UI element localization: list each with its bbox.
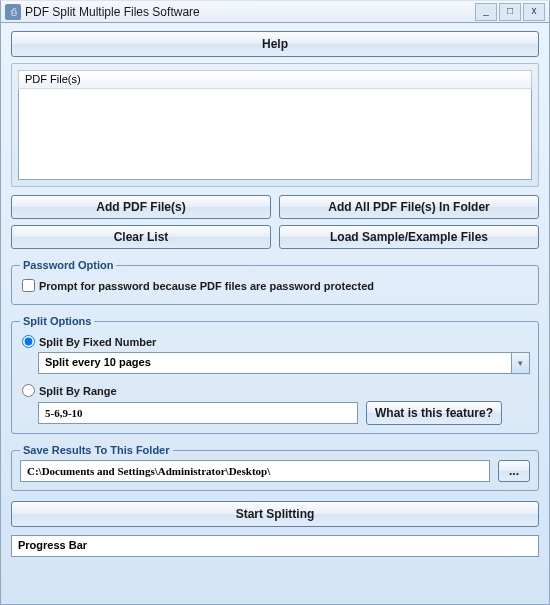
range-input[interactable] (38, 402, 358, 424)
titlebar: ⎙ PDF Split Multiple Files Software _ □ … (0, 0, 550, 23)
start-label: Start Splitting (236, 507, 315, 521)
load-sample-button[interactable]: Load Sample/Example Files (279, 225, 539, 249)
browse-button[interactable]: ... (498, 460, 530, 482)
client-area: Help PDF File(s) Add PDF File(s) Add All… (0, 23, 550, 605)
split-options-group: Split Options Split By Fixed Number Spli… (11, 315, 539, 434)
save-path-input[interactable] (20, 460, 490, 482)
file-list-panel: PDF File(s) (11, 63, 539, 187)
save-legend: Save Results To This Folder (20, 444, 173, 456)
fixed-select-wrap: Split every 10 pages ▾ (38, 352, 530, 374)
maximize-button[interactable]: □ (499, 3, 521, 21)
start-splitting-button[interactable]: Start Splitting (11, 501, 539, 527)
split-by-range-row: Split By Range (20, 384, 530, 397)
split-by-fixed-row: Split By Fixed Number (20, 335, 530, 348)
what-is-feature-button[interactable]: What is this feature? (366, 401, 502, 425)
app-icon: ⎙ (5, 4, 21, 20)
save-folder-group: Save Results To This Folder ... (11, 444, 539, 491)
password-prompt-label: Prompt for password because PDF files ar… (39, 280, 374, 292)
minimize-button[interactable]: _ (475, 3, 497, 21)
progress-bar: Progress Bar (11, 535, 539, 557)
file-list[interactable] (18, 89, 532, 180)
window-title: PDF Split Multiple Files Software (25, 5, 473, 19)
password-legend: Password Option (20, 259, 116, 271)
password-option-group: Password Option Prompt for password beca… (11, 259, 539, 305)
file-list-header[interactable]: PDF File(s) (18, 70, 532, 89)
help-label: Help (262, 37, 288, 51)
add-folder-button[interactable]: Add All PDF File(s) In Folder (279, 195, 539, 219)
split-by-range-radio[interactable] (22, 384, 35, 397)
folder-row: ... (20, 460, 530, 482)
add-pdf-button[interactable]: Add PDF File(s) (11, 195, 271, 219)
clear-list-button[interactable]: Clear List (11, 225, 271, 249)
password-prompt-checkbox[interactable] (22, 279, 35, 292)
range-row: What is this feature? (38, 401, 530, 425)
split-legend: Split Options (20, 315, 94, 327)
file-buttons-row2: Clear List Load Sample/Example Files (11, 225, 539, 249)
password-prompt-row: Prompt for password because PDF files ar… (20, 279, 530, 292)
chevron-down-icon[interactable]: ▾ (512, 352, 530, 374)
close-button[interactable]: x (523, 3, 545, 21)
fixed-pages-select[interactable]: Split every 10 pages (38, 352, 512, 374)
help-button[interactable]: Help (11, 31, 539, 57)
split-by-fixed-label: Split By Fixed Number (39, 336, 156, 348)
split-by-fixed-radio[interactable] (22, 335, 35, 348)
file-buttons-row1: Add PDF File(s) Add All PDF File(s) In F… (11, 195, 539, 219)
split-by-range-label: Split By Range (39, 385, 117, 397)
